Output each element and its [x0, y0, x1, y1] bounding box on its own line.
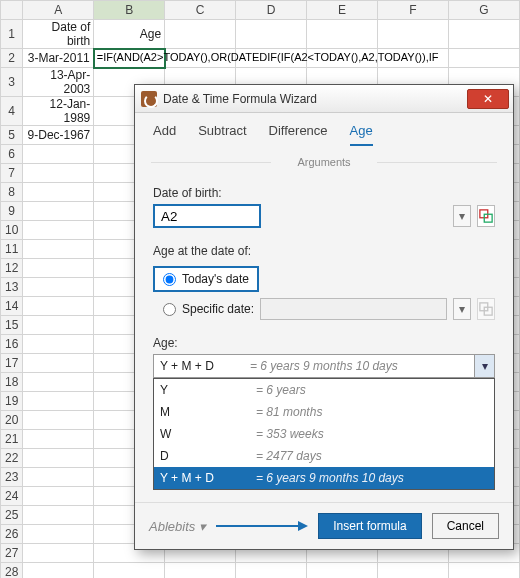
row-header[interactable]: 24 — [1, 487, 23, 506]
row-header[interactable]: 2 — [1, 49, 23, 68]
brand-label[interactable]: Ablebits ▾ — [149, 519, 206, 534]
dob-input[interactable] — [153, 204, 261, 228]
cell[interactable] — [23, 544, 94, 563]
tab-add[interactable]: Add — [153, 123, 176, 146]
cell[interactable] — [236, 563, 307, 579]
cell[interactable] — [23, 373, 94, 392]
row-header[interactable]: 14 — [1, 297, 23, 316]
cell[interactable] — [449, 49, 520, 68]
row-header[interactable]: 6 — [1, 145, 23, 164]
cell[interactable]: 13-Apr-2003 — [23, 68, 94, 97]
row-header[interactable]: 25 — [1, 506, 23, 525]
row-header[interactable]: 5 — [1, 126, 23, 145]
row-header[interactable]: 18 — [1, 373, 23, 392]
cell[interactable] — [23, 145, 94, 164]
col-header[interactable]: G — [449, 1, 520, 20]
cell[interactable] — [23, 183, 94, 202]
row-header[interactable]: 10 — [1, 221, 23, 240]
radio-today[interactable] — [163, 273, 176, 286]
col-header[interactable]: E — [307, 1, 378, 20]
close-button[interactable]: ✕ — [467, 89, 509, 109]
cell[interactable] — [165, 563, 236, 579]
cell[interactable] — [307, 20, 378, 49]
row-header[interactable]: 15 — [1, 316, 23, 335]
tab-subtract[interactable]: Subtract — [198, 123, 246, 146]
cell[interactable] — [23, 411, 94, 430]
specific-date-dropdown[interactable]: ▾ — [453, 298, 471, 320]
cell[interactable] — [307, 563, 378, 579]
cell[interactable] — [94, 563, 165, 579]
cell[interactable] — [449, 20, 520, 49]
cell[interactable] — [23, 316, 94, 335]
col-header[interactable]: C — [165, 1, 236, 20]
cell[interactable] — [23, 335, 94, 354]
row-header[interactable]: 13 — [1, 278, 23, 297]
cell[interactable]: Age — [94, 20, 165, 49]
cell[interactable] — [23, 487, 94, 506]
cell[interactable] — [236, 20, 307, 49]
cell[interactable]: Date of birth — [23, 20, 94, 49]
col-header[interactable]: B — [94, 1, 165, 20]
cell[interactable] — [23, 164, 94, 183]
radio-today-box[interactable]: Today's date — [153, 266, 259, 292]
insert-formula-button[interactable]: Insert formula — [318, 513, 421, 539]
cell[interactable] — [165, 20, 236, 49]
cell[interactable] — [23, 278, 94, 297]
row-header[interactable]: 4 — [1, 97, 23, 126]
option-d[interactable]: D= 2477 days — [154, 445, 494, 467]
range-picker-icon[interactable] — [477, 205, 495, 227]
cell[interactable] — [378, 20, 449, 49]
cell[interactable] — [23, 468, 94, 487]
cell[interactable] — [378, 563, 449, 579]
selected-cell[interactable]: =IF(AND(A2>TODAY(),OR(DATEDIF(IF(A2<TODA… — [94, 49, 165, 68]
cell[interactable] — [23, 392, 94, 411]
cancel-button[interactable]: Cancel — [432, 513, 499, 539]
cell[interactable] — [23, 259, 94, 278]
row-header[interactable]: 12 — [1, 259, 23, 278]
cell[interactable]: 9-Dec-1967 — [23, 126, 94, 145]
tab-difference[interactable]: Difference — [269, 123, 328, 146]
col-header[interactable]: A — [23, 1, 94, 20]
row-header[interactable]: 22 — [1, 449, 23, 468]
option-m[interactable]: M= 81 months — [154, 401, 494, 423]
row-header[interactable]: 11 — [1, 240, 23, 259]
row-header[interactable]: 16 — [1, 335, 23, 354]
row-header[interactable]: 9 — [1, 202, 23, 221]
option-y[interactable]: Y= 6 years — [154, 379, 494, 401]
cell[interactable] — [23, 354, 94, 373]
cell[interactable] — [23, 449, 94, 468]
row-header[interactable]: 21 — [1, 430, 23, 449]
cell[interactable] — [23, 202, 94, 221]
chevron-down-icon[interactable]: ▾ — [474, 355, 494, 377]
row-header[interactable]: 1 — [1, 20, 23, 49]
cell[interactable] — [23, 563, 94, 579]
row-header[interactable]: 17 — [1, 354, 23, 373]
row-header[interactable]: 26 — [1, 525, 23, 544]
row-header[interactable]: 20 — [1, 411, 23, 430]
cell[interactable]: 3-Mar-2011 — [23, 49, 94, 68]
row-header[interactable]: 7 — [1, 164, 23, 183]
option-ymd[interactable]: Y + M + D= 6 years 9 months 10 days — [154, 467, 494, 489]
tab-age[interactable]: Age — [350, 123, 373, 146]
cell[interactable] — [449, 563, 520, 579]
row-header[interactable]: 19 — [1, 392, 23, 411]
row-header[interactable]: 23 — [1, 468, 23, 487]
cell[interactable] — [23, 221, 94, 240]
dob-dropdown[interactable]: ▾ — [453, 205, 471, 227]
cell[interactable] — [23, 525, 94, 544]
titlebar[interactable]: Date & Time Formula Wizard ✕ — [135, 85, 513, 113]
cell[interactable] — [23, 506, 94, 525]
row-header[interactable]: 3 — [1, 68, 23, 97]
radio-specific[interactable] — [163, 303, 176, 316]
col-header[interactable]: F — [378, 1, 449, 20]
row-header[interactable]: 27 — [1, 544, 23, 563]
row-header[interactable]: 8 — [1, 183, 23, 202]
cell[interactable]: 12-Jan-1989 — [23, 97, 94, 126]
cell[interactable] — [23, 240, 94, 259]
cell[interactable] — [23, 297, 94, 316]
corner-cell[interactable] — [1, 1, 23, 20]
row-header[interactable]: 28 — [1, 563, 23, 579]
age-format-combo[interactable]: Y + M + D = 6 years 9 months 10 days ▾ — [153, 354, 495, 378]
cell[interactable] — [23, 430, 94, 449]
option-w[interactable]: W= 353 weeks — [154, 423, 494, 445]
